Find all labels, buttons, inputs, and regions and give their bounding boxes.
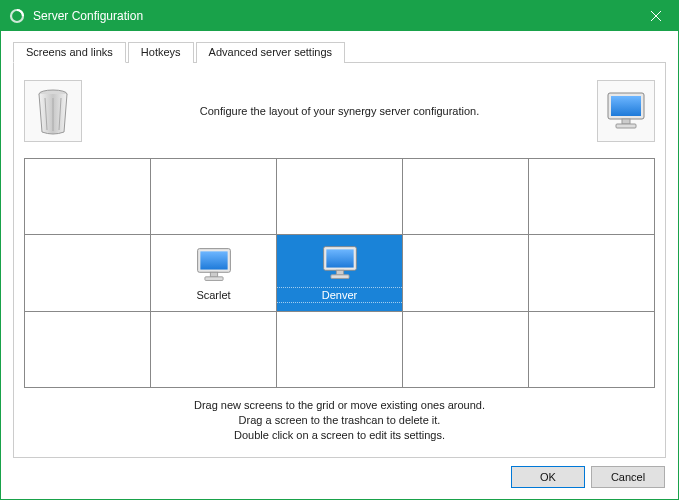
monitor-icon bbox=[194, 245, 234, 285]
svg-rect-10 bbox=[616, 124, 636, 128]
cancel-button[interactable]: Cancel bbox=[591, 466, 665, 488]
tab-page-screens: Configure the layout of your synergy ser… bbox=[13, 63, 666, 458]
hint-line: Double click on a screen to edit its set… bbox=[24, 428, 655, 443]
trashcan-dropzone[interactable] bbox=[24, 80, 82, 142]
tab-screens-and-links[interactable]: Screens and links bbox=[13, 42, 126, 63]
screen-grid[interactable]: Scarlet Denver bbox=[24, 158, 655, 388]
svg-rect-8 bbox=[611, 96, 641, 116]
dialog-button-row: OK Cancel bbox=[511, 466, 665, 488]
instruction-text: Configure the layout of your synergy ser… bbox=[92, 105, 587, 117]
grid-cell[interactable] bbox=[276, 312, 402, 387]
tab-hotkeys[interactable]: Hotkeys bbox=[128, 42, 194, 63]
grid-cell[interactable] bbox=[25, 159, 150, 234]
grid-cell[interactable] bbox=[25, 312, 150, 387]
new-screen-source[interactable] bbox=[597, 80, 655, 142]
monitor-icon bbox=[604, 89, 648, 133]
svg-rect-9 bbox=[622, 119, 630, 124]
hint-line: Drag a screen to the trashcan to delete … bbox=[24, 413, 655, 428]
svg-rect-13 bbox=[210, 272, 217, 277]
trashcan-icon bbox=[33, 86, 73, 136]
tab-advanced-server-settings[interactable]: Advanced server settings bbox=[196, 42, 346, 63]
window-title: Server Configuration bbox=[33, 9, 143, 23]
close-icon bbox=[651, 11, 661, 21]
ok-button[interactable]: OK bbox=[511, 466, 585, 488]
grid-cell[interactable] bbox=[402, 159, 528, 234]
grid-cell[interactable] bbox=[528, 235, 654, 310]
hint-line: Drag new screens to the grid or move exi… bbox=[24, 398, 655, 413]
titlebar: Server Configuration bbox=[1, 1, 678, 31]
hints-text: Drag new screens to the grid or move exi… bbox=[24, 398, 655, 443]
grid-cell-scarlet[interactable]: Scarlet bbox=[150, 235, 276, 310]
toolbar-row: Configure the layout of your synergy ser… bbox=[24, 73, 655, 148]
content-area: Screens and links Hotkeys Advanced serve… bbox=[1, 31, 678, 470]
grid-cell[interactable] bbox=[528, 312, 654, 387]
grid-cell[interactable] bbox=[276, 159, 402, 234]
grid-cell[interactable] bbox=[150, 312, 276, 387]
screen-label: Denver bbox=[277, 287, 402, 303]
close-button[interactable] bbox=[633, 1, 678, 31]
svg-rect-12 bbox=[200, 251, 227, 269]
screen-label: Scarlet bbox=[196, 289, 230, 301]
svg-rect-14 bbox=[204, 277, 222, 281]
monitor-icon bbox=[320, 243, 360, 283]
svg-rect-18 bbox=[330, 275, 348, 279]
grid-cell[interactable] bbox=[150, 159, 276, 234]
svg-rect-17 bbox=[336, 270, 343, 275]
svg-rect-16 bbox=[326, 249, 353, 267]
grid-cell[interactable] bbox=[528, 159, 654, 234]
grid-cell[interactable] bbox=[402, 235, 528, 310]
app-icon bbox=[9, 8, 25, 24]
grid-cell-denver[interactable]: Denver bbox=[276, 235, 402, 310]
tab-strip: Screens and links Hotkeys Advanced serve… bbox=[13, 41, 666, 63]
grid-cell[interactable] bbox=[25, 235, 150, 310]
grid-cell[interactable] bbox=[402, 312, 528, 387]
